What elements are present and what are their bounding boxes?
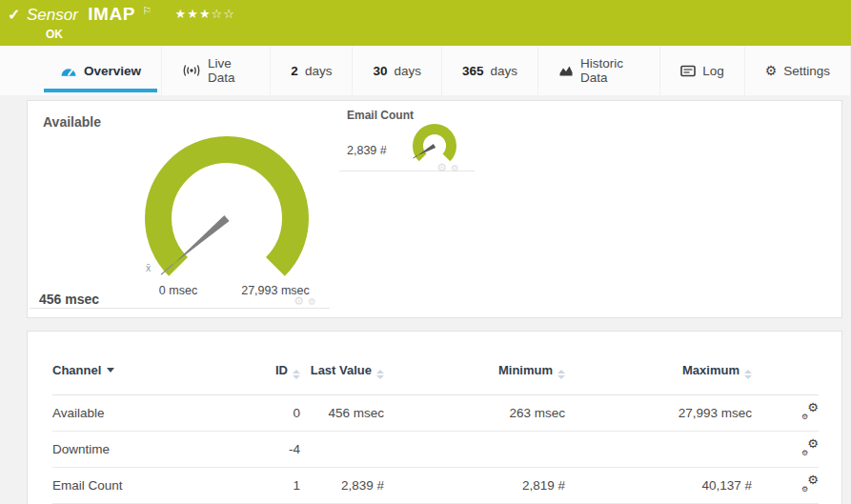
cell-channel[interactable]: Email Count [52, 468, 239, 504]
gauge-current-value: 456 msec [39, 292, 99, 307]
table-row-available: Available 0 456 msec 263 msec 27,993 mse… [52, 395, 819, 432]
cell-id: -4 [239, 432, 300, 468]
tab-label: days [394, 64, 421, 78]
cell-maximum: 40,137 # [565, 468, 752, 504]
stars-empty[interactable]: ☆☆ [212, 7, 235, 21]
cell-actions: ⚙⚙ [752, 468, 819, 504]
tab-number: 30 [373, 64, 387, 78]
gauge-pin-icon[interactable]: ⚙ [308, 297, 316, 307]
tab-log[interactable]: Log [660, 46, 745, 95]
sensor-title: Sensor IMAP ⚐ ★★★☆☆ [27, 4, 235, 25]
tab-365-days[interactable]: 365 days [442, 46, 538, 95]
column-header-channel[interactable]: Channel [52, 356, 239, 395]
tab-number: 2 [291, 64, 298, 78]
channel-settings-icon[interactable]: ⚙⚙ [801, 476, 819, 492]
tab-label: days [491, 64, 518, 78]
sensor-status-header: ✓ Sensor IMAP ⚐ ★★★☆☆ OK [0, 0, 851, 46]
tab-label: Live Data [208, 56, 250, 85]
sensor-kind-label: Sensor [27, 6, 78, 24]
column-header-maximum[interactable]: Maximum [565, 356, 752, 395]
gauge-current-value: 2,839 # [347, 144, 387, 157]
sort-toggle-icon [376, 370, 384, 379]
tab-live-data[interactable]: Live Data [162, 46, 271, 95]
gauge-hover-tools[interactable]: ⚙ ⚙ [294, 295, 316, 307]
tab-number: 365 [462, 64, 484, 78]
column-label: ID [275, 363, 288, 377]
sort-toggle-icon [744, 370, 752, 379]
status-ok-check-icon: ✓ [8, 6, 20, 24]
column-header-id[interactable]: ID [239, 356, 300, 395]
column-header-minimum[interactable]: Minimum [384, 356, 565, 395]
priority-stars[interactable]: ★★★☆☆ [175, 7, 235, 21]
cell-last-value: 2,839 # [300, 468, 384, 504]
cell-minimum: 2,819 # [384, 468, 565, 504]
gauge-title: Available [43, 114, 101, 130]
table-header-row: Channel ID Last Value Minimum Maximum [52, 356, 819, 395]
table-row-downtime: Downtime -4 ⚙⚙ [52, 432, 819, 468]
sort-desc-icon [107, 368, 114, 373]
channel-settings-icon[interactable]: ⚙⚙ [801, 404, 819, 419]
sensor-name: IMAP [88, 4, 135, 24]
gauge-scale-min: 0 msec [159, 284, 197, 297]
gauge-settings-icon[interactable]: ⚙ [436, 162, 447, 173]
tab-label: Log [702, 64, 724, 78]
log-list-icon [680, 65, 696, 77]
column-header-last-value[interactable]: Last Value [300, 356, 384, 395]
channels-table-panel: Channel ID Last Value Minimum Maximum Av… [27, 331, 842, 504]
cell-last-value [300, 432, 384, 468]
column-label: Maximum [682, 363, 740, 377]
cell-id: 0 [239, 395, 300, 432]
gear-icon: ⚙ [765, 64, 778, 77]
gauge-pin-icon[interactable]: ⚙ [451, 164, 459, 173]
cell-channel[interactable]: Available [52, 395, 239, 432]
column-label: Minimum [498, 363, 553, 377]
cell-minimum: 263 msec [384, 395, 565, 432]
cell-minimum [384, 432, 565, 468]
cell-last-value: 456 msec [300, 395, 384, 432]
gauge-email-count: Email Count 2,839 # ⚙ ⚙ [339, 109, 475, 171]
tab-settings[interactable]: ⚙ Settings [745, 46, 851, 95]
cell-actions: ⚙⚙ [752, 432, 819, 468]
mean-marker: x̄ [146, 262, 152, 273]
sort-toggle-icon [557, 370, 565, 379]
stars-filled[interactable]: ★★★ [175, 7, 212, 21]
gauge-hover-tools[interactable]: ⚙ ⚙ [436, 162, 459, 173]
live-data-icon [182, 64, 201, 77]
cell-channel[interactable]: Downtime [52, 432, 239, 468]
flag-icon[interactable]: ⚐ [142, 5, 152, 16]
tab-label: days [305, 64, 333, 78]
sensor-status-text: OK [46, 28, 63, 41]
column-header-actions [752, 356, 819, 395]
cell-actions: ⚙⚙ [752, 395, 819, 432]
channel-settings-icon[interactable]: ⚙⚙ [801, 440, 819, 455]
tab-label: Overview [84, 64, 141, 78]
tab-label: Settings [783, 64, 830, 78]
available-gauge-dial: x̄ [114, 127, 339, 294]
channels-table: Channel ID Last Value Minimum Maximum Av… [52, 356, 819, 504]
tab-bar: Overview Live Data 2 days 30 days 365 da… [0, 46, 851, 95]
cell-maximum [565, 432, 752, 468]
tab-30-days[interactable]: 30 days [353, 46, 442, 95]
tab-label: Historic Data [580, 56, 639, 85]
table-row-email-count: Email Count 1 2,839 # 2,819 # 40,137 # ⚙… [52, 468, 819, 504]
gauge-icon [60, 64, 77, 78]
column-label: Last Value [311, 363, 372, 377]
tab-historic-data[interactable]: Historic Data [538, 46, 660, 95]
sort-toggle-icon [293, 370, 300, 379]
gauge-available: Available x̄ 0 msec 27,993 msec 456 msec… [30, 109, 330, 309]
tab-overview[interactable]: Overview [40, 46, 162, 95]
area-chart-icon [558, 64, 574, 77]
cell-maximum: 27,993 msec [565, 395, 752, 432]
cell-id: 1 [239, 468, 300, 504]
gauge-settings-icon[interactable]: ⚙ [294, 295, 304, 307]
tab-2-days[interactable]: 2 days [271, 46, 353, 95]
column-label: Channel [52, 363, 101, 377]
gauges-panel: Available x̄ 0 msec 27,993 msec 456 msec… [27, 100, 842, 318]
